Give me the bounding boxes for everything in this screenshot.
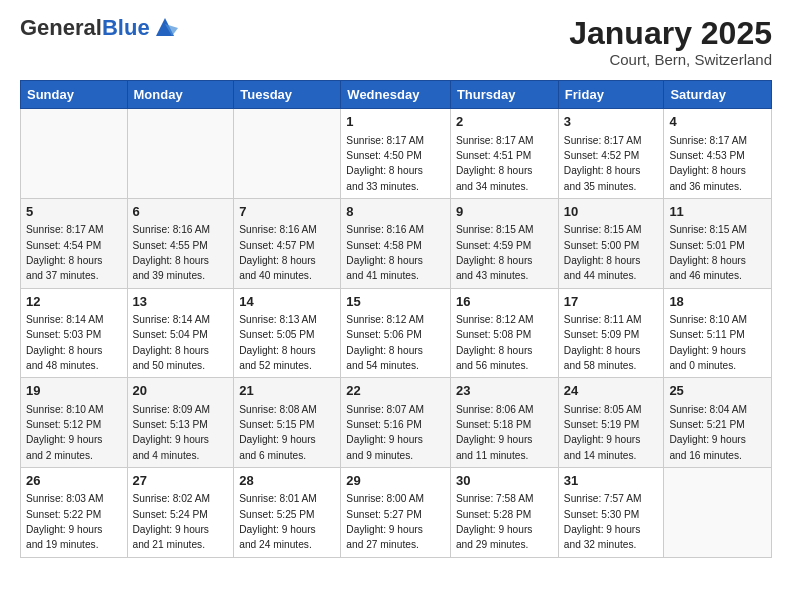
day-number: 8 (346, 203, 445, 221)
day-number: 4 (669, 113, 766, 131)
day-info: Sunrise: 8:14 AMSunset: 5:03 PMDaylight:… (26, 314, 104, 371)
day-number: 11 (669, 203, 766, 221)
day-info: Sunrise: 8:09 AMSunset: 5:13 PMDaylight:… (133, 404, 211, 461)
table-row: 19Sunrise: 8:10 AMSunset: 5:12 PMDayligh… (21, 378, 128, 468)
day-number: 6 (133, 203, 229, 221)
day-info: Sunrise: 7:57 AMSunset: 5:30 PMDaylight:… (564, 493, 642, 550)
table-row: 31Sunrise: 7:57 AMSunset: 5:30 PMDayligh… (558, 467, 664, 557)
day-info: Sunrise: 8:16 AMSunset: 4:58 PMDaylight:… (346, 224, 424, 281)
col-monday: Monday (127, 81, 234, 109)
calendar-week-row: 26Sunrise: 8:03 AMSunset: 5:22 PMDayligh… (21, 467, 772, 557)
day-number: 12 (26, 293, 122, 311)
day-info: Sunrise: 8:15 AMSunset: 4:59 PMDaylight:… (456, 224, 534, 281)
day-info: Sunrise: 8:14 AMSunset: 5:04 PMDaylight:… (133, 314, 211, 371)
day-number: 29 (346, 472, 445, 490)
day-number: 14 (239, 293, 335, 311)
table-row: 3Sunrise: 8:17 AMSunset: 4:52 PMDaylight… (558, 109, 664, 199)
day-number: 21 (239, 382, 335, 400)
day-info: Sunrise: 8:13 AMSunset: 5:05 PMDaylight:… (239, 314, 317, 371)
page-subtitle: Court, Bern, Switzerland (569, 51, 772, 68)
day-info: Sunrise: 8:16 AMSunset: 4:57 PMDaylight:… (239, 224, 317, 281)
day-number: 30 (456, 472, 553, 490)
table-row: 20Sunrise: 8:09 AMSunset: 5:13 PMDayligh… (127, 378, 234, 468)
day-info: Sunrise: 8:01 AMSunset: 5:25 PMDaylight:… (239, 493, 317, 550)
day-info: Sunrise: 8:17 AMSunset: 4:52 PMDaylight:… (564, 135, 642, 192)
calendar-week-row: 12Sunrise: 8:14 AMSunset: 5:03 PMDayligh… (21, 288, 772, 378)
table-row: 17Sunrise: 8:11 AMSunset: 5:09 PMDayligh… (558, 288, 664, 378)
day-number: 22 (346, 382, 445, 400)
day-info: Sunrise: 8:11 AMSunset: 5:09 PMDaylight:… (564, 314, 642, 371)
day-info: Sunrise: 8:08 AMSunset: 5:15 PMDaylight:… (239, 404, 317, 461)
day-info: Sunrise: 8:05 AMSunset: 5:19 PMDaylight:… (564, 404, 642, 461)
day-number: 18 (669, 293, 766, 311)
table-row: 1Sunrise: 8:17 AMSunset: 4:50 PMDaylight… (341, 109, 451, 199)
day-number: 27 (133, 472, 229, 490)
table-row: 16Sunrise: 8:12 AMSunset: 5:08 PMDayligh… (450, 288, 558, 378)
table-row: 26Sunrise: 8:03 AMSunset: 5:22 PMDayligh… (21, 467, 128, 557)
day-info: Sunrise: 8:12 AMSunset: 5:06 PMDaylight:… (346, 314, 424, 371)
day-info: Sunrise: 8:10 AMSunset: 5:11 PMDaylight:… (669, 314, 747, 371)
table-row: 29Sunrise: 8:00 AMSunset: 5:27 PMDayligh… (341, 467, 451, 557)
table-row: 4Sunrise: 8:17 AMSunset: 4:53 PMDaylight… (664, 109, 772, 199)
table-row: 11Sunrise: 8:15 AMSunset: 5:01 PMDayligh… (664, 198, 772, 288)
logo-blue-text: Blue (102, 15, 150, 40)
day-info: Sunrise: 8:07 AMSunset: 5:16 PMDaylight:… (346, 404, 424, 461)
day-number: 5 (26, 203, 122, 221)
day-info: Sunrise: 8:02 AMSunset: 5:24 PMDaylight:… (133, 493, 211, 550)
table-row: 18Sunrise: 8:10 AMSunset: 5:11 PMDayligh… (664, 288, 772, 378)
day-number: 15 (346, 293, 445, 311)
table-row: 7Sunrise: 8:16 AMSunset: 4:57 PMDaylight… (234, 198, 341, 288)
table-row: 6Sunrise: 8:16 AMSunset: 4:55 PMDaylight… (127, 198, 234, 288)
day-number: 31 (564, 472, 659, 490)
day-info: Sunrise: 8:00 AMSunset: 5:27 PMDaylight:… (346, 493, 424, 550)
day-number: 17 (564, 293, 659, 311)
day-info: Sunrise: 8:15 AMSunset: 5:00 PMDaylight:… (564, 224, 642, 281)
day-info: Sunrise: 7:58 AMSunset: 5:28 PMDaylight:… (456, 493, 534, 550)
col-thursday: Thursday (450, 81, 558, 109)
col-friday: Friday (558, 81, 664, 109)
table-row: 25Sunrise: 8:04 AMSunset: 5:21 PMDayligh… (664, 378, 772, 468)
day-number: 26 (26, 472, 122, 490)
day-number: 24 (564, 382, 659, 400)
table-row: 23Sunrise: 8:06 AMSunset: 5:18 PMDayligh… (450, 378, 558, 468)
day-info: Sunrise: 8:17 AMSunset: 4:54 PMDaylight:… (26, 224, 104, 281)
table-row: 15Sunrise: 8:12 AMSunset: 5:06 PMDayligh… (341, 288, 451, 378)
day-info: Sunrise: 8:16 AMSunset: 4:55 PMDaylight:… (133, 224, 211, 281)
col-tuesday: Tuesday (234, 81, 341, 109)
day-info: Sunrise: 8:15 AMSunset: 5:01 PMDaylight:… (669, 224, 747, 281)
table-row: 28Sunrise: 8:01 AMSunset: 5:25 PMDayligh… (234, 467, 341, 557)
table-row: 9Sunrise: 8:15 AMSunset: 4:59 PMDaylight… (450, 198, 558, 288)
day-number: 16 (456, 293, 553, 311)
table-row: 24Sunrise: 8:05 AMSunset: 5:19 PMDayligh… (558, 378, 664, 468)
calendar-header-row: Sunday Monday Tuesday Wednesday Thursday… (21, 81, 772, 109)
page-title: January 2025 (569, 16, 772, 51)
day-info: Sunrise: 8:04 AMSunset: 5:21 PMDaylight:… (669, 404, 747, 461)
day-number: 25 (669, 382, 766, 400)
day-number: 3 (564, 113, 659, 131)
table-row: 2Sunrise: 8:17 AMSunset: 4:51 PMDaylight… (450, 109, 558, 199)
day-number: 28 (239, 472, 335, 490)
table-row (21, 109, 128, 199)
calendar-table: Sunday Monday Tuesday Wednesday Thursday… (20, 80, 772, 557)
day-number: 1 (346, 113, 445, 131)
day-number: 23 (456, 382, 553, 400)
day-number: 2 (456, 113, 553, 131)
logo: GeneralBlue (20, 16, 178, 40)
logo-general-text: General (20, 15, 102, 40)
day-number: 9 (456, 203, 553, 221)
logo-icon (152, 14, 178, 40)
table-row: 27Sunrise: 8:02 AMSunset: 5:24 PMDayligh… (127, 467, 234, 557)
table-row: 12Sunrise: 8:14 AMSunset: 5:03 PMDayligh… (21, 288, 128, 378)
day-info: Sunrise: 8:06 AMSunset: 5:18 PMDaylight:… (456, 404, 534, 461)
table-row (127, 109, 234, 199)
table-row: 10Sunrise: 8:15 AMSunset: 5:00 PMDayligh… (558, 198, 664, 288)
day-info: Sunrise: 8:03 AMSunset: 5:22 PMDaylight:… (26, 493, 104, 550)
table-row (234, 109, 341, 199)
col-saturday: Saturday (664, 81, 772, 109)
day-number: 7 (239, 203, 335, 221)
calendar-week-row: 1Sunrise: 8:17 AMSunset: 4:50 PMDaylight… (21, 109, 772, 199)
day-number: 10 (564, 203, 659, 221)
day-info: Sunrise: 8:12 AMSunset: 5:08 PMDaylight:… (456, 314, 534, 371)
col-wednesday: Wednesday (341, 81, 451, 109)
table-row: 8Sunrise: 8:16 AMSunset: 4:58 PMDaylight… (341, 198, 451, 288)
